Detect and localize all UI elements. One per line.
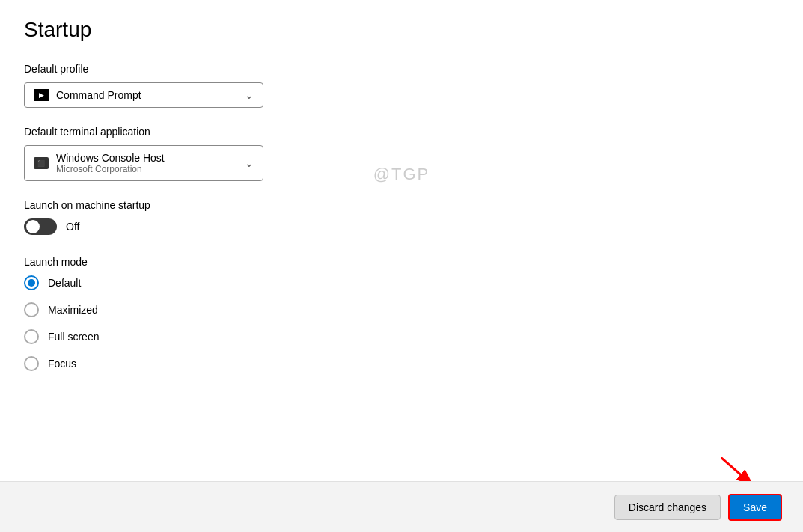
- launch-mode-radio-group: Default Maximized Full screen Focus: [24, 275, 500, 371]
- radio-label-fullscreen: Full screen: [48, 331, 99, 343]
- svg-line-0: [721, 457, 751, 483]
- default-profile-section: Default profile Command Prompt ⌄: [24, 63, 500, 108]
- radio-label-default: Default: [48, 277, 81, 289]
- terminal-icon: [34, 157, 49, 169]
- radio-inner-default: [28, 279, 35, 287]
- default-terminal-dropdown[interactable]: Windows Console Host Microsoft Corporati…: [24, 145, 263, 181]
- chevron-down-icon-terminal: ⌄: [245, 157, 254, 169]
- radio-label-focus: Focus: [48, 358, 76, 370]
- radio-label-maximized: Maximized: [48, 304, 98, 316]
- save-button[interactable]: Save: [728, 494, 782, 521]
- radio-outer-focus: [24, 356, 39, 371]
- chevron-down-icon: ⌄: [245, 89, 254, 101]
- radio-outer-maximized: [24, 302, 39, 317]
- cmd-icon: [34, 89, 49, 101]
- launch-on-startup-label: Launch on machine startup: [24, 199, 500, 211]
- default-profile-label: Default profile: [24, 63, 500, 75]
- radio-item-focus[interactable]: Focus: [24, 356, 500, 371]
- terminal-label-group: Windows Console Host Microsoft Corporati…: [56, 152, 165, 174]
- radio-item-maximized[interactable]: Maximized: [24, 302, 500, 317]
- toggle-row: Off: [24, 218, 500, 235]
- launch-on-startup-section: Launch on machine startup Off: [24, 199, 500, 235]
- radio-item-default[interactable]: Default: [24, 275, 500, 290]
- dropdown-left: Command Prompt: [34, 89, 141, 101]
- launch-mode-label: Launch mode: [24, 256, 500, 268]
- launch-on-startup-toggle[interactable]: [24, 218, 57, 235]
- default-terminal-section: Default terminal application Windows Con…: [24, 126, 500, 181]
- toggle-state-label: Off: [66, 221, 79, 233]
- dropdown-left-terminal: Windows Console Host Microsoft Corporati…: [34, 152, 165, 174]
- radio-outer-fullscreen: [24, 329, 39, 344]
- terminal-app-vendor: Microsoft Corporation: [56, 164, 165, 174]
- radio-item-fullscreen[interactable]: Full screen: [24, 329, 500, 344]
- radio-outer-default: [24, 275, 39, 290]
- bottom-bar: Discard changes Save: [0, 481, 803, 532]
- terminal-app-name: Windows Console Host: [56, 152, 165, 164]
- main-content: Startup Default profile Command Prompt ⌄…: [0, 0, 524, 407]
- launch-mode-section: Launch mode Default Maximized Full scree…: [24, 256, 500, 371]
- default-profile-dropdown[interactable]: Command Prompt ⌄: [24, 82, 263, 108]
- default-terminal-label: Default terminal application: [24, 126, 500, 138]
- discard-changes-button[interactable]: Discard changes: [614, 495, 721, 520]
- page-title: Startup: [24, 18, 500, 42]
- toggle-knob: [26, 220, 40, 233]
- default-profile-value: Command Prompt: [56, 89, 141, 101]
